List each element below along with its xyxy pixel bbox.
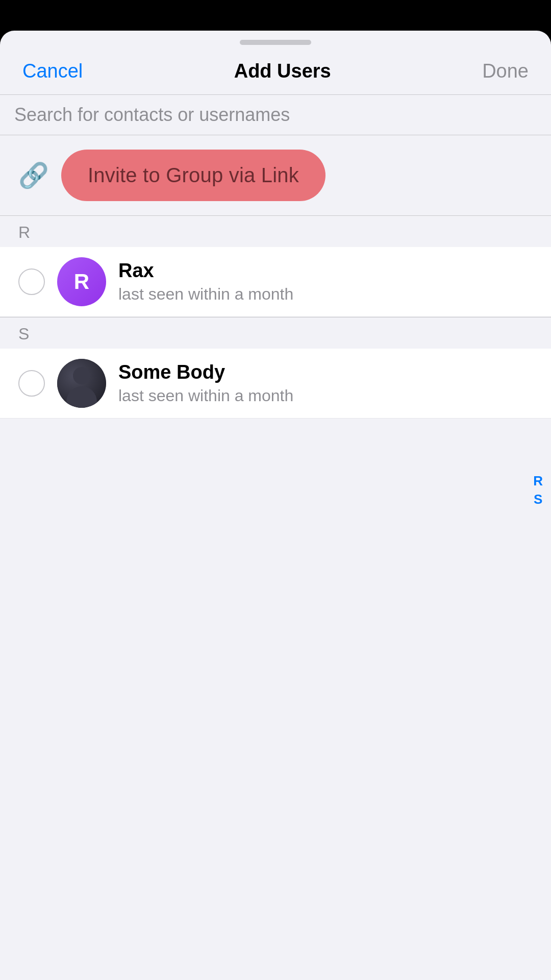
contact-name-somebody: Some Body [118,361,533,383]
search-input[interactable] [14,104,537,126]
contact-status-rax: last seen within a month [118,285,533,304]
content-area: 🔗 Invite to Group via Link R R Rax last … [0,135,551,980]
section-header-r: R [0,216,551,247]
cancel-button[interactable]: Cancel [22,60,83,82]
list-item[interactable]: Some Body last seen within a month [0,349,551,419]
done-button[interactable]: Done [482,60,529,82]
link-icon: 🔗 [18,161,49,190]
contact-status-somebody: last seen within a month [118,386,533,405]
pull-indicator [240,40,311,45]
contact-name-rax: Rax [118,260,533,282]
alphabet-letter-s[interactable]: S [533,493,543,506]
invite-row: 🔗 Invite to Group via Link [0,135,551,215]
list-item[interactable]: R Rax last seen within a month [0,247,551,317]
invite-to-group-button[interactable]: Invite to Group via Link [61,150,325,201]
select-radio-rax[interactable] [18,268,45,295]
select-radio-somebody[interactable] [18,370,45,397]
search-container [0,95,551,135]
section-header-s: S [0,317,551,349]
avatar-somebody [57,359,106,408]
avatar-rax: R [57,257,106,306]
page-title: Add Users [234,60,331,82]
header: Cancel Add Users Done [0,50,551,94]
alphabet-index[interactable]: R S [533,474,543,506]
alphabet-letter-r[interactable]: R [533,474,543,487]
